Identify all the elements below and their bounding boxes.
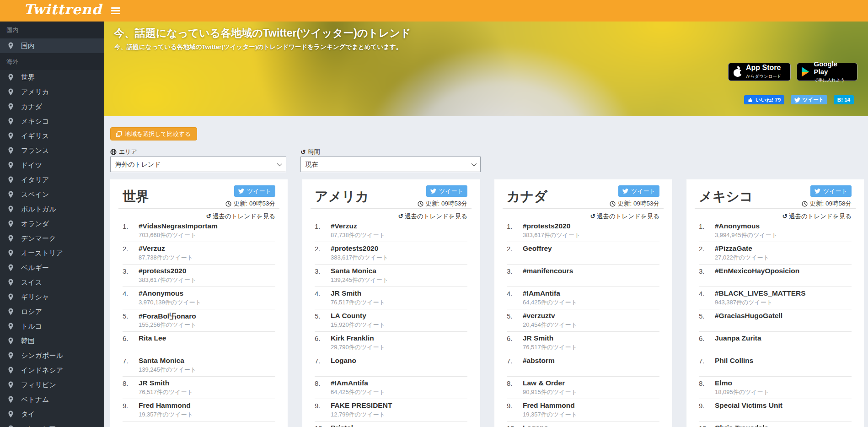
trend-name-link[interactable]: #PizzaGate: [715, 244, 752, 253]
trend-name-link[interactable]: Santa Monica: [331, 267, 376, 275]
sidebar-item-label: デンマーク: [21, 234, 56, 243]
trend-name-link[interactable]: Rita Lee: [139, 334, 166, 342]
sidebar-item[interactable]: イギリス: [0, 129, 104, 143]
sidebar-item[interactable]: カナダ: [0, 99, 104, 114]
sidebar-item[interactable]: マレーシア: [0, 422, 104, 427]
trend-name-link[interactable]: Geoffrey: [523, 244, 552, 253]
area-select[interactable]: 海外のトレンド: [111, 157, 286, 172]
trend-name-link[interactable]: #VidasNegrasImportam: [139, 222, 218, 230]
page-title: 今、話題になっている各地域のTwitter(ツイッター)のトレンド: [114, 26, 411, 40]
sidebar-item[interactable]: オーストリア: [0, 246, 104, 260]
trend-name-link[interactable]: #protests2020: [139, 267, 186, 275]
sidebar-item[interactable]: ギリシャ: [0, 290, 104, 304]
trend-name-link[interactable]: #IAmAntifa: [331, 379, 368, 387]
sidebar-item[interactable]: 韓国: [0, 334, 104, 348]
trend-name-link[interactable]: JR Smith: [139, 379, 169, 387]
card-tweet-button[interactable]: ツイート: [426, 185, 467, 197]
trend-name-link[interactable]: Logano: [523, 424, 548, 427]
trend-name-link[interactable]: Fred Hammond: [523, 401, 575, 410]
trend-name-link[interactable]: #manifencours: [523, 267, 573, 275]
trend-name-link[interactable]: Kirk Franklin: [331, 334, 374, 342]
trend-name-link[interactable]: JR Smith: [523, 334, 553, 342]
location-pin-icon: [8, 74, 14, 81]
trend-name-link[interactable]: #ForaBol卐onaro: [139, 312, 196, 321]
google-play-badge[interactable]: Google Play で手に入れよう: [797, 63, 857, 81]
trend-rank: 9.: [699, 402, 705, 410]
trend-row: 6. Kirk Franklin 29,790件のツイート: [315, 332, 467, 354]
sidebar-item[interactable]: ベルギー: [0, 260, 104, 275]
trend-name-link[interactable]: #Anonymous: [715, 222, 760, 230]
card-tweet-button[interactable]: ツイート: [234, 185, 275, 197]
location-pin-icon: [8, 367, 14, 374]
trend-rank: 7.: [315, 357, 321, 365]
facebook-like-button[interactable]: いいね! 79: [744, 95, 784, 104]
trend-name-link[interactable]: #Verzuz: [139, 244, 165, 253]
sidebar-item[interactable]: タイ: [0, 407, 104, 422]
sidebar-item[interactable]: ポルトガル: [0, 202, 104, 216]
tweet-share-button[interactable]: ツイート: [791, 95, 828, 104]
trend-name-link[interactable]: #verzuztv: [523, 312, 555, 320]
trend-name-link[interactable]: Special Victims Unit: [715, 401, 782, 410]
location-pin-icon: [8, 396, 14, 403]
sidebar-item[interactable]: オランダ: [0, 216, 104, 231]
sidebar-item[interactable]: シンガポール: [0, 348, 104, 363]
sidebar-item[interactable]: フランス: [0, 143, 104, 158]
hamburger-menu-icon[interactable]: [111, 7, 120, 14]
sidebar-item-label: ロシア: [21, 308, 42, 316]
divider: [695, 208, 856, 209]
sidebar-item[interactable]: スペイン: [0, 187, 104, 202]
sidebar-item-label: オーストリア: [21, 249, 63, 258]
sidebar-item[interactable]: スイス: [0, 275, 104, 290]
card-tweet-button[interactable]: ツイート: [810, 185, 852, 197]
card-region-title: アメリカ: [315, 188, 369, 206]
time-select[interactable]: 現在: [301, 157, 480, 172]
trend-tweet-count: 383,617件のツイート: [523, 231, 580, 239]
sidebar-item[interactable]: インドネシア: [0, 363, 104, 378]
trend-name-link[interactable]: JR Smith: [331, 289, 361, 297]
trend-name-link[interactable]: #GraciasHugoGatell: [715, 312, 782, 320]
trend-name-link[interactable]: #Verzuz: [331, 222, 357, 230]
sidebar-item[interactable]: トルコ: [0, 319, 104, 334]
trend-name-link[interactable]: Bristol: [331, 424, 353, 427]
trend-name-link[interactable]: Phil Collins: [715, 357, 753, 365]
trend-name-link[interactable]: FAKE PRESIDENT: [331, 401, 392, 410]
trend-row: 2. #protests2020 383,617件のツイート: [315, 242, 467, 265]
trend-name-link[interactable]: #Anonymous: [139, 289, 183, 297]
trend-name-link[interactable]: #IAmAntifa: [523, 289, 560, 297]
trend-name-link[interactable]: Law & Order: [523, 379, 565, 387]
card-tweet-button[interactable]: ツイート: [618, 185, 659, 197]
trend-name-link[interactable]: #BLACK_LIVES_MATTERS: [715, 289, 806, 297]
sidebar-item[interactable]: ベトナム: [0, 392, 104, 407]
app-store-sublabel: からダウンロード: [746, 74, 782, 79]
trend-name-link[interactable]: LA County: [331, 312, 366, 320]
sidebar-item[interactable]: アメリカ: [0, 85, 104, 99]
sidebar-item[interactable]: 国内: [0, 38, 104, 53]
trend-name-link[interactable]: Juanpa Zurita: [715, 334, 761, 342]
sidebar-item[interactable]: メキシコ: [0, 114, 104, 129]
trend-rank: 1.: [123, 222, 129, 230]
trend-name-link[interactable]: #EnMexicoHayOposicion: [715, 267, 799, 275]
trend-tweet-count: 139,245件のツイート: [139, 366, 196, 374]
hatena-bookmark-button[interactable]: B! 14: [834, 95, 854, 104]
trend-row: 10. Bristol: [315, 422, 467, 427]
card-tweet-label: ツイート: [631, 187, 655, 195]
sidebar-item[interactable]: 世界: [0, 70, 104, 85]
trend-rank: 6.: [699, 335, 705, 342]
sidebar-item[interactable]: フィリピン: [0, 378, 104, 392]
trend-name-link[interactable]: Santa Monica: [139, 357, 184, 365]
logo[interactable]: Twittrend: [24, 1, 102, 17]
trend-name-link[interactable]: Elmo: [715, 379, 732, 387]
trend-name-link[interactable]: Chris Trousdale: [715, 424, 768, 427]
sidebar-item[interactable]: デンマーク: [0, 231, 104, 246]
trend-row: 10. Chris Trousdale: [699, 422, 852, 427]
sidebar-item[interactable]: ロシア: [0, 304, 104, 319]
trend-name-link[interactable]: #protests2020: [523, 222, 570, 230]
sidebar-item[interactable]: イタリア: [0, 173, 104, 187]
compare-regions-button[interactable]: 地域を選択して比較する: [110, 127, 197, 141]
app-store-badge[interactable]: App Store からダウンロード: [728, 63, 791, 81]
sidebar-item[interactable]: ドイツ: [0, 158, 104, 173]
trend-name-link[interactable]: #protests2020: [331, 244, 378, 253]
trend-name-link[interactable]: Logano: [331, 357, 356, 365]
trend-name-link[interactable]: #abstorm: [523, 357, 555, 365]
trend-name-link[interactable]: Fred Hammond: [139, 401, 191, 410]
